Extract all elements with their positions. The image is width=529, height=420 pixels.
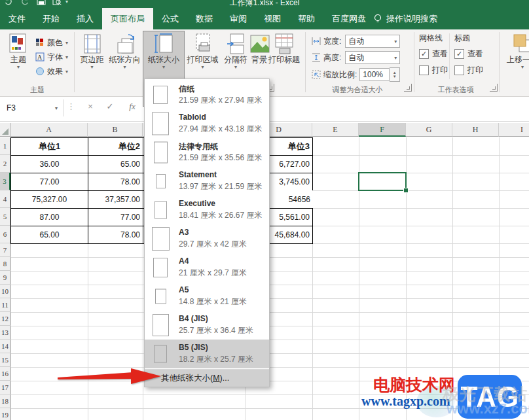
row-header-2[interactable]: 2 (0, 155, 10, 173)
paper-size-option-8[interactable]: B4 (JIS)25.7 厘米 x 36.4 厘米 (145, 311, 269, 340)
row-header-1[interactable]: 1 (0, 137, 10, 155)
themes-button[interactable]: 主题 ▾ (3, 31, 34, 80)
row-header-14[interactable]: 14 (0, 340, 10, 353)
row-header-4[interactable]: 4 (0, 190, 10, 208)
tab-insert[interactable]: 插入 (68, 8, 102, 29)
tab-review[interactable]: 审阅 (221, 8, 255, 29)
checked-checkbox-icon: ✓ (419, 49, 429, 59)
bring-forward-button[interactable]: 上移一层 ▾ (503, 31, 529, 80)
name-box[interactable]: F3 ▾ (0, 99, 63, 116)
cell-A4[interactable]: 75,327.00 (10, 190, 88, 209)
cell-B5[interactable]: 77.00 (88, 208, 143, 226)
row-header-7[interactable]: 7 (0, 243, 10, 257)
tab-file[interactable]: 文件 (0, 8, 34, 29)
cell-B3[interactable]: 78.00 (88, 173, 143, 191)
col-header-B[interactable]: B (88, 123, 143, 137)
print-area-button[interactable]: 打印区域 ▾ (184, 31, 221, 80)
col-header-E[interactable]: E (312, 123, 359, 137)
paper-size-option-0[interactable]: 信纸21.59 厘米 x 27.94 厘米 (145, 80, 269, 109)
row-header-6[interactable]: 6 (0, 226, 10, 243)
formula-bar-resize-dots[interactable]: ⋮ (67, 101, 75, 111)
print-titles-button[interactable]: 打印标题 (268, 31, 300, 80)
tell-me-search[interactable]: 操作说明搜索 (373, 8, 437, 29)
tab-formulas[interactable]: 公式 (153, 8, 187, 29)
row-header-17[interactable]: 17 (0, 381, 10, 394)
name-box-chevron-icon: ▾ (55, 105, 63, 111)
cell-B6[interactable]: 78.00 (88, 226, 143, 244)
row-header-16[interactable]: 16 (0, 367, 10, 381)
tab-help[interactable]: 帮助 (289, 8, 323, 29)
col-header-F[interactable]: F (359, 123, 406, 137)
paper-size-option-9[interactable]: B5 (JIS)18.2 厘米 x 25.7 厘米 (145, 340, 269, 368)
row-header-8[interactable]: 8 (0, 257, 10, 271)
row-header-15[interactable]: 15 (0, 353, 10, 367)
gridlines-title: 网格线 (419, 33, 443, 44)
tab-view[interactable]: 视图 (255, 8, 289, 29)
row-header-5[interactable]: 5 (0, 208, 10, 226)
cell-A6[interactable]: 65.00 (10, 226, 88, 244)
col-header-H[interactable]: H (452, 123, 499, 137)
row-header-12[interactable]: 12 (0, 312, 10, 326)
fonts-button[interactable]: A 字体▾ (35, 50, 73, 63)
scale-spinner[interactable]: ▲▼ (390, 67, 400, 82)
paper-size-option-4[interactable]: Executive18.41 厘米 x 26.67 厘米 (145, 196, 269, 224)
enter-icon[interactable]: ✓ (103, 101, 117, 111)
gridlines-print-label: 打印 (432, 65, 448, 76)
breaks-icon (226, 33, 246, 54)
active-cell-border[interactable] (358, 172, 407, 191)
background-button[interactable]: 背景 (250, 31, 268, 80)
select-all-corner[interactable] (0, 123, 10, 137)
col-header-A[interactable]: A (10, 123, 88, 137)
paper-size-option-2[interactable]: 法律专用纸21.59 厘米 x 35.56 厘米 (145, 138, 269, 167)
tab-baidu-netdisk[interactable]: 百度网盘 (323, 8, 374, 29)
effects-button[interactable]: 效果▾ (35, 65, 73, 78)
paper-size-option-5[interactable]: A329.7 厘米 x 42 厘米 (145, 224, 269, 253)
sheet-options-dialog-launcher[interactable] (490, 84, 498, 92)
tab-data[interactable]: 数据 (187, 8, 221, 29)
paper-size-option-7[interactable]: A514.8 厘米 x 21 厘米 (145, 282, 269, 311)
row-header-19[interactable]: 19 (0, 408, 10, 420)
cell-B1[interactable]: 单位2 (88, 137, 143, 156)
cell-A3[interactable]: 77.00 (10, 173, 88, 191)
cancel-icon[interactable]: × (84, 101, 97, 111)
row-header-9[interactable]: 9 (0, 271, 10, 285)
subgroup-separator (449, 33, 450, 79)
width-select[interactable]: 自动 ▾ (345, 35, 400, 48)
paper-size-option-1[interactable]: Tabloid27.94 厘米 x 43.18 厘米 (145, 109, 269, 138)
scale-value: 100% (363, 70, 383, 79)
row-header-13[interactable]: 13 (0, 326, 10, 340)
cell-A1[interactable]: 单位1 (10, 137, 88, 156)
orientation-button[interactable]: 纸张方向 ▾ (107, 31, 143, 80)
gridlines-view-label: 查看 (432, 48, 448, 60)
gridlines-view-checkbox[interactable]: ✓ 查看 (419, 48, 448, 60)
fill-handle[interactable] (403, 188, 409, 193)
cell-A5[interactable]: 87.00 (10, 208, 88, 226)
orientation-label: 纸张方向 (107, 55, 143, 64)
row-header-10[interactable]: 10 (0, 285, 10, 298)
tab-page-layout[interactable]: 页面布局 (102, 8, 153, 29)
scale-dialog-launcher[interactable] (404, 84, 412, 92)
row-header-18[interactable]: 18 (0, 394, 10, 408)
cell-A2[interactable]: 36.00 (10, 155, 88, 173)
col-header-I[interactable]: I (499, 123, 529, 137)
gridlines-print-checkbox[interactable]: 打印 (419, 65, 448, 76)
col-header-G[interactable]: G (406, 123, 452, 137)
colors-button[interactable]: 颜色▾ (35, 36, 73, 49)
breaks-button[interactable]: 分隔符 ▾ (221, 31, 250, 80)
menu-tabs: 文件开始插入页面布局公式数据审阅视图帮助百度网盘 (0, 8, 374, 29)
insert-function-icon[interactable]: fx (126, 101, 139, 112)
row-header-11[interactable]: 11 (0, 298, 10, 312)
gridline (10, 312, 529, 313)
headings-view-checkbox[interactable]: ✓ 查看 (454, 48, 483, 60)
row-header-3[interactable]: 3 (0, 173, 10, 190)
paper-size-option-3[interactable]: Statement13.97 厘米 x 21.59 厘米 (145, 167, 269, 196)
cell-B4[interactable]: 37,357.00 (88, 190, 143, 209)
margins-button[interactable]: 页边距 ▾ (77, 31, 107, 80)
cell-B2[interactable]: 65.00 (88, 155, 143, 173)
paper-size-option-6[interactable]: A421 厘米 x 29.7 厘米 (145, 253, 269, 282)
tab-home[interactable]: 开始 (34, 8, 68, 29)
height-select[interactable]: 自动 ▾ (345, 51, 400, 64)
tell-me-label: 操作说明搜索 (386, 13, 437, 25)
headings-print-checkbox[interactable]: 打印 (454, 65, 483, 76)
scale-input[interactable]: 100% (359, 68, 390, 81)
